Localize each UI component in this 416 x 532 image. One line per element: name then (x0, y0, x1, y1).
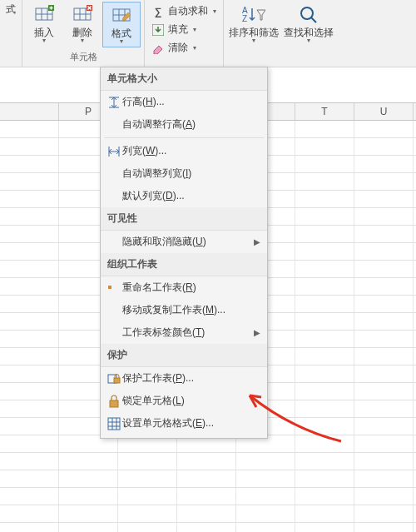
cell[interactable] (236, 453, 295, 470)
cell[interactable] (0, 348, 59, 365)
menu-move-copy-sheet[interactable]: 移动或复制工作表(M)... (101, 299, 267, 321)
menu-hide-unhide[interactable]: 隐藏和取消隐藏(U) ▶ (101, 231, 267, 253)
cell[interactable] (59, 488, 118, 505)
cell[interactable] (0, 365, 59, 382)
cell[interactable] (0, 296, 59, 312)
cell[interactable] (177, 523, 236, 532)
cell[interactable] (236, 470, 295, 487)
menu-tab-color[interactable]: 工作表标签颜色(T) ▶ (101, 321, 267, 344)
table-row[interactable] (0, 453, 416, 470)
cell[interactable] (354, 453, 414, 470)
cell[interactable] (118, 505, 177, 522)
menu-protect-sheet[interactable]: 保护工作表(P)... (101, 367, 267, 390)
cell[interactable] (0, 156, 59, 172)
cell[interactable] (354, 296, 414, 312)
cell[interactable] (354, 470, 414, 487)
cell[interactable] (354, 400, 414, 417)
cell[interactable] (354, 313, 414, 330)
partial-button[interactable]: 式 (3, 2, 18, 17)
cell[interactable] (295, 191, 354, 207)
cell[interactable] (0, 191, 59, 207)
col-header[interactable] (0, 103, 59, 120)
cell[interactable] (354, 348, 414, 365)
menu-lock-cell[interactable]: 锁定单元格(L) (101, 390, 267, 412)
cell[interactable] (295, 488, 354, 505)
cell[interactable] (0, 418, 59, 435)
cell[interactable] (0, 383, 59, 400)
menu-default-width[interactable]: 默认列宽(D)... (101, 185, 267, 207)
cell[interactable] (295, 470, 354, 487)
table-row[interactable] (0, 470, 416, 488)
cell[interactable] (295, 261, 354, 277)
cell[interactable] (118, 488, 177, 505)
cell[interactable] (354, 121, 414, 137)
cell[interactable] (59, 470, 118, 487)
format-button[interactable]: 格式 ▾ (102, 2, 141, 47)
cell[interactable] (236, 505, 295, 522)
cell[interactable] (177, 470, 236, 487)
cell[interactable] (0, 400, 59, 417)
cell[interactable] (295, 296, 354, 312)
col-header[interactable]: T (295, 103, 354, 120)
menu-rename-sheet[interactable]: 重命名工作表(R) (101, 276, 267, 299)
menu-row-height[interactable]: 行高(H)... (101, 91, 267, 113)
cell[interactable] (118, 453, 177, 470)
cell[interactable] (0, 331, 59, 347)
cell[interactable] (177, 453, 236, 470)
cell[interactable] (295, 505, 354, 522)
cell[interactable] (118, 470, 177, 487)
cell[interactable] (295, 418, 354, 435)
cell[interactable] (0, 470, 59, 487)
cell[interactable] (0, 313, 59, 330)
cell[interactable] (295, 278, 354, 295)
cell[interactable] (59, 523, 118, 532)
cell[interactable] (354, 191, 414, 207)
cell[interactable] (354, 418, 414, 435)
cell[interactable] (354, 278, 414, 295)
cell[interactable] (354, 208, 414, 225)
cell[interactable] (0, 435, 59, 452)
cell[interactable] (0, 173, 59, 190)
cell[interactable] (177, 505, 236, 522)
cell[interactable] (354, 156, 414, 172)
cell[interactable] (0, 226, 59, 242)
cell[interactable] (59, 453, 118, 470)
delete-button[interactable]: 删除 ▾ (64, 2, 101, 47)
cell[interactable] (0, 488, 59, 505)
cell[interactable] (295, 365, 354, 382)
cell[interactable] (295, 453, 354, 470)
menu-autofit-row[interactable]: 自动调整行高(A) (101, 113, 267, 136)
cell[interactable] (295, 138, 354, 155)
cell[interactable] (236, 488, 295, 505)
cell[interactable] (0, 243, 59, 260)
find-select-button[interactable]: 查找和选择 ▾ (282, 2, 335, 46)
table-row[interactable] (0, 488, 416, 505)
cell[interactable] (0, 453, 59, 470)
cell[interactable] (0, 523, 59, 532)
cell[interactable] (59, 505, 118, 522)
cell[interactable] (0, 208, 59, 225)
cell[interactable] (354, 331, 414, 347)
cell[interactable] (295, 331, 354, 347)
cell[interactable] (0, 261, 59, 277)
cell[interactable] (354, 138, 414, 155)
cell[interactable] (0, 505, 59, 522)
cell[interactable] (354, 435, 414, 452)
cell[interactable] (0, 278, 59, 295)
cell[interactable] (118, 523, 177, 532)
cell[interactable] (295, 400, 354, 417)
cell[interactable] (354, 226, 414, 242)
cell[interactable] (236, 523, 295, 532)
cell[interactable] (0, 121, 59, 137)
cell[interactable] (354, 383, 414, 400)
sort-filter-button[interactable]: AZ 排序和筛选 ▾ (227, 2, 280, 46)
cell[interactable] (295, 226, 354, 242)
autosum-button[interactable]: ∑ 自动求和 ▾ (150, 3, 218, 19)
cell[interactable] (354, 523, 414, 532)
cell[interactable] (177, 488, 236, 505)
menu-autofit-col[interactable]: 自动调整列宽(I) (101, 162, 267, 185)
cell[interactable] (354, 505, 414, 522)
cell[interactable] (295, 523, 354, 532)
menu-format-cells[interactable]: 设置单元格格式(E)... (101, 412, 267, 435)
cell[interactable] (0, 138, 59, 155)
